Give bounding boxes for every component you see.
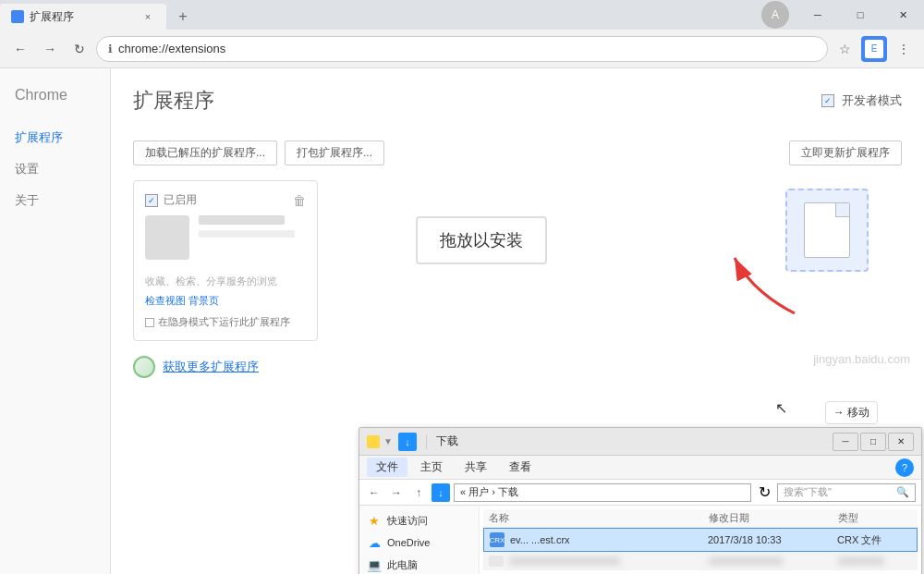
ext-delete-icon[interactable]: 🗑	[293, 193, 306, 208]
minimize-button[interactable]: ─	[796, 0, 839, 30]
help-button[interactable]: ?	[895, 458, 914, 477]
ext-version-placeholder	[199, 230, 295, 238]
crx-file-type-icon: CRX	[490, 532, 505, 547]
file-name-cell: CRX ev... ...est.crx	[490, 532, 708, 547]
explorer-search-placeholder: 搜索"下载"	[784, 485, 832, 499]
table-row[interactable]: CRX ev... ...est.crx 2017/3/18 10:33 CRX…	[483, 528, 918, 552]
extension-icon[interactable]: E	[861, 36, 887, 62]
dev-mode-label: 开发者模式	[842, 92, 902, 109]
onedrive-label: OneDrive	[387, 537, 430, 548]
breadcrumb-text: « 用户 › 下载	[460, 485, 518, 499]
explorer-up[interactable]: ↑	[409, 483, 428, 502]
pack-extension-button[interactable]: 打包扩展程序...	[285, 140, 384, 165]
ribbon-home-tab[interactable]: 主页	[411, 458, 452, 477]
sidebar-brand: Chrome	[0, 87, 110, 122]
ext-links[interactable]: 检查视图 背景页	[145, 294, 306, 308]
url-security-icon: ℹ	[108, 43, 113, 55]
url-bar[interactable]: ℹ chrome://extensions	[96, 36, 828, 62]
ext-description: 收藏、检索、分享服务的浏览	[145, 275, 306, 288]
dev-mode-checkbox[interactable]: ✓	[821, 94, 834, 107]
sidebar: Chrome 扩展程序 设置 关于	[0, 68, 111, 574]
get-more-icon	[133, 356, 155, 378]
search-icon: 🔍	[896, 486, 909, 498]
url-text: chrome://extensions	[118, 42, 225, 55]
active-tab[interactable]: 扩展程序 ×	[0, 4, 166, 30]
refresh-button[interactable]: ↻	[67, 36, 92, 62]
explorer-search-box[interactable]: 搜索"下载" 🔍	[777, 483, 916, 502]
ribbon-share-tab[interactable]: 共享	[456, 458, 496, 477]
explorer-window-controls: ─ □ ✕	[833, 433, 914, 451]
explorer-back[interactable]: ←	[365, 483, 383, 502]
quick-access-label: 快速访问	[387, 514, 428, 528]
title-bar: 扩展程序 × + A ─ □ ✕	[0, 0, 924, 30]
header-type: 类型	[838, 511, 912, 525]
get-more-extensions[interactable]: 获取更多扩展程序	[133, 356, 902, 378]
explorer-sidebar-onedrive[interactable]: ☁ OneDrive	[359, 531, 479, 554]
crx-file-icon	[804, 202, 850, 258]
move-tooltip-text: → 移动	[833, 406, 869, 419]
window-controls: A ─ □ ✕	[754, 0, 924, 30]
tab-close-button[interactable]: ×	[140, 9, 155, 24]
sidebar-item-extensions[interactable]: 扩展程序	[0, 122, 110, 153]
this-pc-label: 此电脑	[387, 558, 418, 572]
explorer-down-nav-icon[interactable]: ↓	[432, 483, 450, 502]
divider	[426, 434, 427, 449]
get-more-link[interactable]: 获取更多扩展程序	[163, 359, 259, 375]
explorer-body: ★ 快速访问 ☁ OneDrive 💻 此电脑 ▶ 视频	[359, 506, 921, 574]
new-tab-button[interactable]: +	[170, 4, 196, 30]
move-tooltip: → 移动	[825, 401, 878, 424]
explorer-forward[interactable]: →	[387, 483, 406, 502]
breadcrumb-path[interactable]: « 用户 › 下载	[454, 483, 751, 502]
avatar[interactable]: A	[761, 1, 789, 29]
file-modified: 2017/3/18 10:33	[708, 534, 837, 545]
table-row[interactable]	[483, 552, 918, 570]
load-unpacked-button[interactable]: 加载已解压的扩展程序...	[133, 140, 277, 165]
tab-title: 扩展程序	[30, 9, 74, 25]
ext-incognito-checkbox[interactable]	[145, 318, 154, 327]
ext-incognito-label: 在隐身模式下运行此扩展程序	[158, 315, 290, 329]
close-button[interactable]: ✕	[881, 0, 924, 30]
ext-enabled-label: 已启用	[164, 192, 197, 208]
ext-icon	[145, 215, 189, 260]
ext-details	[199, 215, 306, 267]
ribbon-download-icon: ↓	[398, 433, 417, 451]
ext-enabled-checkbox[interactable]: ✓	[145, 194, 158, 207]
forward-button[interactable]: →	[37, 36, 63, 62]
explorer-sidebar-this-pc[interactable]: 💻 此电脑	[359, 554, 479, 574]
explorer-maximize[interactable]: □	[860, 433, 886, 451]
header-name: 名称	[489, 511, 709, 525]
drag-drop-overlay: 拖放以安装	[416, 216, 547, 264]
explorer-minimize[interactable]: ─	[833, 433, 858, 451]
file-name: ev... ...est.crx	[510, 534, 570, 545]
chrome-menu-button[interactable]: ⋮	[891, 36, 917, 62]
explorer-sidebar-quick-access[interactable]: ★ 快速访问	[359, 509, 479, 531]
dev-mode-row: ✓ 开发者模式	[821, 92, 902, 109]
ext-incognito-row: 在隐身模式下运行此扩展程序	[145, 315, 306, 329]
file-name-cell-2	[489, 556, 709, 567]
file-type-blurred	[838, 556, 884, 566]
explorer-sidebar: ★ 快速访问 ☁ OneDrive 💻 此电脑 ▶ 视频	[359, 506, 480, 574]
quick-access-toolbar: ▼	[367, 435, 393, 448]
address-bar: ← → ↻ ℹ chrome://extensions ☆ E ⋮	[0, 30, 924, 68]
maximize-button[interactable]: □	[839, 0, 881, 30]
bookmark-button[interactable]: ☆	[832, 36, 857, 62]
sidebar-item-about[interactable]: 关于	[0, 185, 110, 216]
tab-favicon	[11, 10, 24, 23]
update-extensions-button[interactable]: 立即更新扩展程序	[789, 140, 902, 165]
sidebar-item-settings[interactable]: 设置	[0, 153, 110, 185]
explorer-files: 名称 修改日期 类型 CRX ev... ...est.crx 2017/3/1…	[480, 506, 921, 574]
folder-icon-small	[367, 435, 380, 448]
quick-access-icon: ★	[367, 513, 382, 528]
baidu-watermark-text: jingyan.baidu.com	[813, 352, 910, 366]
explorer-close[interactable]: ✕	[888, 433, 914, 451]
file-date-blurred	[709, 556, 783, 566]
refresh-path-btn[interactable]: ↻	[755, 483, 773, 502]
ribbon-file-tab[interactable]: 文件	[367, 458, 407, 477]
chrome-extensions-page: Chrome 扩展程序 设置 关于 扩展程序 ✓ 开发者模式 加载已解压的扩展程…	[0, 68, 924, 574]
file-type: CRX 文件	[837, 533, 911, 547]
file-name-blurred	[509, 556, 620, 566]
explorer-address-bar: ← → ↑ ↓ « 用户 › 下载 ↻ 搜索"下载" 🔍	[359, 480, 921, 506]
back-button[interactable]: ←	[7, 36, 33, 62]
page-title: 扩展程序	[133, 87, 214, 115]
ribbon-view-tab[interactable]: 查看	[500, 458, 541, 477]
